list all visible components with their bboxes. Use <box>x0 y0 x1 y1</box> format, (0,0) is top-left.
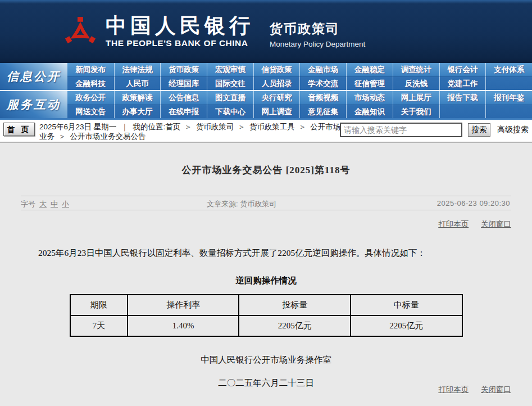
bank-name-en: THE PEOPLE'S BANK OF CHINA <box>106 38 254 48</box>
nav-item[interactable]: 金融稳定 <box>346 63 393 76</box>
breadcrumb-separator: ＞ <box>299 123 307 131</box>
article-content: 公开市场业务交易公告 [2025]第118号 字号大中小 文章来源: 货币政策司… <box>0 142 532 406</box>
th-term: 期限 <box>70 295 128 315</box>
nav-grid-services: 政务公开 政策解读 公告信息 图文直播 央行研究 音频视频 市场动态 网上展厅 … <box>67 91 532 118</box>
cell-rate: 1.40% <box>128 315 239 336</box>
nav-section-label-text: 服务互动 <box>7 97 61 112</box>
nav-item[interactable]: 网上调查 <box>253 105 300 118</box>
nav-item[interactable]: 央行研究 <box>253 91 300 105</box>
reverse-repo-table: 期限 操作利率 投标量 中标量 7天 1.40% 2205亿元 2205亿元 <box>70 294 463 337</box>
font-size-large-link[interactable]: 大 <box>39 200 47 208</box>
nav-cell-empty <box>439 105 486 118</box>
nav-section-label-text: 信息公开 <box>7 69 61 84</box>
nav-item[interactable]: 法律法规 <box>114 63 161 76</box>
home-button[interactable]: 首 页 <box>3 123 35 136</box>
nav-item[interactable]: 报告下载 <box>439 91 486 105</box>
breadcrumb-link-announcements[interactable]: 公开市场业务交易公告 <box>70 132 146 141</box>
th-rate: 操作利率 <box>128 295 239 315</box>
nav-item[interactable]: 学术交流 <box>299 76 346 90</box>
nav-item[interactable]: 支付体系 <box>485 63 532 76</box>
site-header: 中国人民银行 THE PEOPLE'S BANK OF CHINA 货币政策司 … <box>0 0 532 63</box>
location-label: 我的位置: <box>133 123 166 131</box>
nav-item[interactable]: 宏观审慎 <box>207 63 253 76</box>
nav-item[interactable]: 报刊年鉴 <box>485 91 532 105</box>
nav-item[interactable]: 办事大厅 <box>114 105 161 118</box>
cell-term: 7天 <box>70 315 128 336</box>
publish-datetime: 2025-06-23 09:20:30 <box>437 199 510 207</box>
nav-item[interactable]: 下载中心 <box>207 105 253 118</box>
print-page-link[interactable]: 打印本页 <box>438 385 469 394</box>
nav-item[interactable]: 网上展厅 <box>393 91 439 105</box>
nav-item[interactable]: 市场动态 <box>346 91 393 105</box>
breadcrumb: 2025年6月23日 星期一｜我的位置:首页＞货币政策司＞货币政策工具＞公开市场… <box>39 122 347 141</box>
article-tools-top: 打印本页 关闭窗口 <box>21 219 511 229</box>
font-size-label: 字号 <box>21 200 35 208</box>
nav-item[interactable]: 经理国库 <box>160 76 207 90</box>
table-header-row: 期限 操作利率 投标量 中标量 <box>70 295 462 315</box>
search-zone: 搜索 高级搜索 <box>340 123 529 137</box>
close-window-link[interactable]: 关闭窗口 <box>481 385 511 394</box>
article-meta-bar: 字号大中小 文章来源: 货币政策司 2025-06-23 09:20:30 <box>21 196 511 210</box>
breadcrumb-divider: ｜ <box>121 123 128 131</box>
th-awarded-amount: 中标量 <box>351 295 462 315</box>
nav-item[interactable]: 人员招录 <box>253 76 300 90</box>
nav-item[interactable]: 银行会计 <box>439 63 486 76</box>
nav-item[interactable]: 征信管理 <box>346 76 393 90</box>
nav-item[interactable]: 在线申报 <box>160 105 207 118</box>
nav-cell-empty <box>485 105 532 118</box>
current-date: 2025年6月23日 星期一 <box>39 123 116 131</box>
nav-item[interactable]: 调查统计 <box>393 63 439 76</box>
search-button[interactable]: 搜索 <box>468 123 490 137</box>
advanced-search-link[interactable]: 高级搜索 <box>497 125 529 135</box>
close-window-link[interactable]: 关闭窗口 <box>481 220 511 228</box>
signature-office: 中国人民银行公开市场业务操作室 <box>21 354 511 366</box>
cell-bid-amount: 2205亿元 <box>239 315 351 336</box>
table-row: 7天 1.40% 2205亿元 2205亿元 <box>70 315 462 336</box>
bank-logo: 中国人民银行 THE PEOPLE'S BANK OF CHINA <box>63 7 254 56</box>
nav-item[interactable]: 货币政策 <box>160 63 207 76</box>
nav-item[interactable]: 关于我们 <box>393 105 439 118</box>
nav-item[interactable]: 音频视频 <box>299 91 346 105</box>
breadcrumb-separator: ＞ <box>58 132 66 141</box>
nav-item[interactable]: 新闻发布 <box>67 63 114 76</box>
nav-item[interactable]: 信贷政策 <box>253 63 300 76</box>
article-tools-bottom: 打印本页 关闭窗口 <box>438 385 511 395</box>
pboc-emblem-icon <box>63 9 98 56</box>
nav-section-services: 服务互动 政务公开 政策解读 公告信息 图文直播 央行研究 音频视频 市场动态 … <box>0 91 532 118</box>
nav-item[interactable]: 政策解读 <box>114 91 161 105</box>
th-bid-amount: 投标量 <box>239 295 351 315</box>
nav-item[interactable]: 公告信息 <box>160 91 207 105</box>
nav-item[interactable]: 政务公开 <box>67 91 114 105</box>
department-name-cn: 货币政策司 <box>270 20 365 38</box>
nav-item[interactable]: 图文直播 <box>207 91 253 105</box>
nav-item[interactable]: 意见征集 <box>299 105 346 118</box>
nav-cell-empty <box>485 76 532 90</box>
nav-item[interactable]: 网送文告 <box>67 105 114 118</box>
nav-section-label-info: 信息公开 <box>0 63 67 90</box>
search-input[interactable] <box>340 123 462 137</box>
article-title: 公开市场业务交易公告 [2025]第118号 <box>21 143 511 177</box>
print-page-link[interactable]: 打印本页 <box>438 220 469 228</box>
nav-item[interactable]: 反洗钱 <box>393 76 439 90</box>
nav-item[interactable]: 金融市场 <box>299 63 346 76</box>
nav-item[interactable]: 金融科技 <box>67 76 114 90</box>
nav-item[interactable]: 人民币 <box>114 76 161 90</box>
breadcrumb-link-dept[interactable]: 货币政策司 <box>196 123 234 131</box>
font-size-small-link[interactable]: 小 <box>62 200 69 208</box>
announcement-paragraph: 2025年6月23日中国人民银行以固定利率、数量招标方式开展了2205亿元逆回购… <box>21 246 511 260</box>
breadcrumb-link-tools[interactable]: 货币政策工具 <box>249 123 295 131</box>
nav-section-info-disclosure: 信息公开 新闻发布 法律法规 货币政策 宏观审慎 信贷政策 金融市场 金融稳定 … <box>0 63 532 90</box>
nav-item[interactable]: 金融知识 <box>346 105 393 118</box>
font-size-medium-link[interactable]: 中 <box>51 200 58 208</box>
nav-section-label-services: 服务互动 <box>0 91 67 118</box>
breadcrumb-link-home[interactable]: 首页 <box>165 123 180 131</box>
breadcrumb-separator: ＞ <box>184 123 192 131</box>
breadcrumb-bar: 首 页 2025年6月23日 星期一｜我的位置:首页＞货币政策司＞货币政策工具＞… <box>0 120 532 142</box>
source-label: 文章来源: <box>207 200 238 208</box>
source-value: 货币政策司 <box>240 200 276 208</box>
breadcrumb-separator: ＞ <box>238 123 245 131</box>
department-name-en: Monetary Policy Department <box>270 40 365 48</box>
nav-item[interactable]: 党建工作 <box>439 76 486 90</box>
nav-item[interactable]: 国际交往 <box>207 76 253 90</box>
nav-grid-info: 新闻发布 法律法规 货币政策 宏观审慎 信贷政策 金融市场 金融稳定 调查统计 … <box>67 63 532 90</box>
